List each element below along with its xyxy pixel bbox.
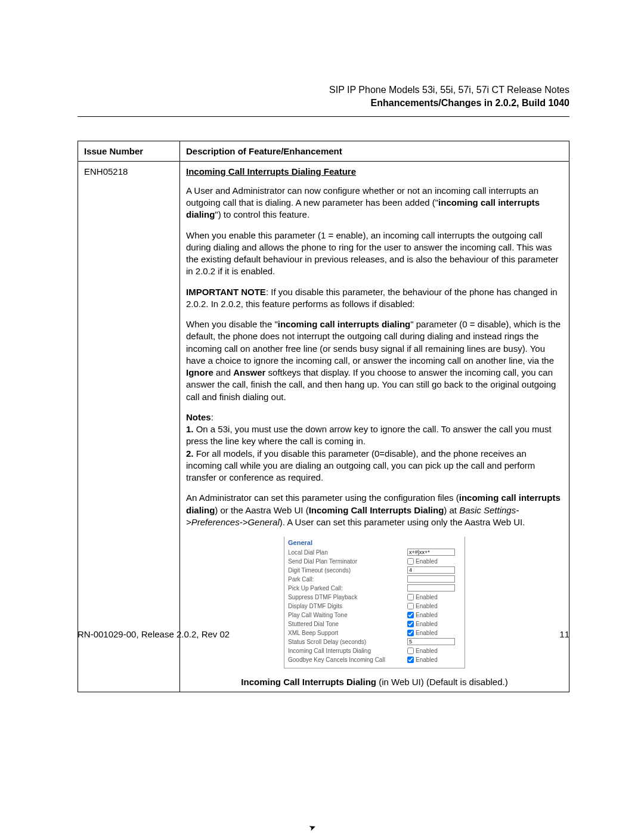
settings-row: Goodbye Key Cancels Incoming CallEnabled: [288, 655, 461, 664]
page-footer: RN-001029-00, Release 2.0.2, Rev 02 11: [78, 629, 569, 639]
settings-label: Pick Up Parked Call:: [288, 585, 407, 592]
cursor-icon: ➤: [308, 821, 318, 832]
checkbox-label: Enabled: [416, 612, 438, 618]
settings-label: Stuttered Dial Tone: [288, 621, 407, 627]
document-page: SIP IP Phone Models 53i, 55i, 57i, 57i C…: [0, 0, 644, 833]
para-important: IMPORTANT NOTE: If you disable this para…: [186, 286, 563, 311]
settings-text-input[interactable]: [407, 575, 455, 583]
checkbox-label: Enabled: [416, 621, 438, 627]
settings-label: Incoming Call Interrupts Dialing: [288, 648, 407, 654]
settings-checkbox[interactable]: [407, 648, 414, 654]
settings-text-input[interactable]: [407, 566, 455, 574]
settings-row: Pick Up Parked Call:: [288, 584, 461, 592]
section-general: General: [288, 539, 461, 546]
feature-title: Incoming Call Interrupts Dialing Feature: [186, 166, 563, 176]
settings-label: Send Dial Plan Terminator: [288, 558, 407, 565]
settings-checkbox[interactable]: [407, 603, 414, 609]
settings-text-input[interactable]: [407, 584, 455, 592]
page-header: SIP IP Phone Models 53i, 55i, 57i, 57i C…: [78, 83, 569, 110]
settings-checkbox[interactable]: [407, 621, 414, 627]
settings-row: Display DTMF DigitsEnabled: [288, 602, 461, 610]
settings-row: Stuttered Dial ToneEnabled: [288, 620, 461, 628]
settings-label: Park Call:: [288, 576, 407, 583]
checkbox-label: Enabled: [416, 657, 438, 663]
enhancement-table: Issue Number Description of Feature/Enha…: [78, 141, 569, 692]
settings-text-input[interactable]: [407, 549, 455, 556]
issue-number-cell: ENH05218: [78, 161, 180, 692]
para-intro: A User and Administrator can now configu…: [186, 185, 563, 221]
settings-label: Status Scroll Delay (seconds): [288, 639, 407, 645]
para-disable: When you disable the "incoming call inte…: [186, 318, 563, 403]
para-enable: When you enable this parameter (1 = enab…: [186, 230, 563, 278]
doc-subtitle: Enhancements/Changes in 2.0.2, Build 104…: [78, 97, 569, 110]
settings-label: Suppress DTMF Playback: [288, 594, 407, 600]
screenshot-caption: Incoming Call Interrupts Dialing (in Web…: [186, 677, 563, 687]
footer-page-number: 11: [559, 629, 569, 639]
settings-row: Play Call Waiting ToneEnabled: [288, 611, 461, 619]
settings-row: Local Dial Plan: [288, 548, 461, 556]
webui-general-panel: General Local Dial PlanSend Dial Plan Te…: [284, 537, 465, 668]
para-notes: Notes: 1. On a 53i, you must use the dow…: [186, 411, 563, 484]
settings-checkbox[interactable]: [407, 558, 414, 565]
settings-label: Play Call Waiting Tone: [288, 612, 407, 618]
checkbox-label: Enabled: [416, 558, 438, 565]
doc-title: SIP IP Phone Models 53i, 55i, 57i, 57i C…: [78, 83, 569, 97]
checkbox-label: Enabled: [416, 594, 438, 600]
description-cell: Incoming Call Interrupts Dialing Feature…: [180, 161, 569, 692]
settings-checkbox[interactable]: [407, 612, 414, 618]
checkbox-label: Enabled: [416, 603, 438, 609]
settings-row: Send Dial Plan TerminatorEnabled: [288, 557, 461, 565]
settings-label: Display DTMF Digits: [288, 603, 407, 609]
settings-row: Incoming Call Interrupts DialingEnabled: [288, 646, 461, 655]
col-issue-number: Issue Number: [78, 141, 180, 161]
settings-row: Digit Timeout (seconds): [288, 566, 461, 574]
checkbox-label: Enabled: [416, 648, 438, 654]
settings-checkbox[interactable]: [407, 657, 414, 663]
settings-row: Suppress DTMF PlaybackEnabled: [288, 593, 461, 601]
settings-label: Local Dial Plan: [288, 549, 407, 556]
settings-row: Park Call:: [288, 575, 461, 583]
settings-label: Digit Timeout (seconds): [288, 567, 407, 574]
col-description: Description of Feature/Enhancement: [180, 141, 569, 161]
settings-label: Goodbye Key Cancels Incoming Call: [288, 657, 407, 663]
settings-checkbox[interactable]: [407, 594, 414, 600]
footer-doc-id: RN-001029-00, Release 2.0.2, Rev 02: [78, 629, 230, 639]
header-rule: [78, 116, 569, 117]
para-admin: An Administrator can set this parameter …: [186, 492, 563, 528]
